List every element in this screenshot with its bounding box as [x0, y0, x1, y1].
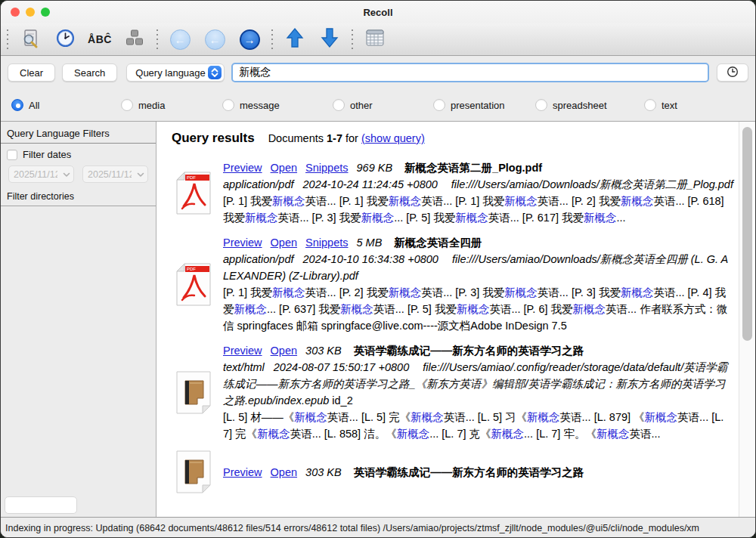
result-date: 2024-08-07 15:50:17 +0800 — [274, 361, 409, 373]
radio-message[interactable]: message — [222, 99, 333, 111]
pdf-file-icon: PDF — [172, 263, 215, 306]
scroll-down-button[interactable] — [314, 26, 345, 53]
title-bar: Recoll — [1, 1, 755, 23]
result-mimetype: application/pdf — [223, 253, 294, 265]
search-button[interactable]: Search — [62, 63, 117, 82]
status-bar: Indexing in progress: Updating (68642 do… — [1, 517, 755, 538]
show-query-link[interactable]: (show query) — [361, 132, 425, 144]
pdf-file-icon: PDF — [172, 172, 215, 215]
scroll-up-button[interactable] — [280, 26, 310, 53]
clock-icon — [55, 28, 76, 51]
zoom-window-button[interactable] — [41, 8, 50, 17]
result-title: 英语学霸练成记——新东方名师的英语学习之路 — [354, 466, 584, 478]
indexing-status-text: Indexing in progress: Updating (68642 do… — [5, 523, 699, 533]
radio-other[interactable]: other — [333, 99, 433, 111]
result-mimetype: text/html — [223, 361, 265, 373]
result-meta: text/html2024-08-07 15:50:17 +0800file:/… — [223, 359, 734, 409]
preview-link[interactable]: Preview — [223, 466, 262, 478]
radio-icon — [644, 99, 656, 111]
preview-link[interactable]: Preview — [223, 345, 262, 357]
radio-text[interactable]: text — [644, 99, 677, 111]
results-range: 1-7 — [327, 132, 342, 144]
preview-link[interactable]: Preview — [223, 237, 262, 249]
highlighted-term: 新概念 — [573, 303, 606, 315]
term-explorer-button[interactable]: ÅBĈ — [85, 26, 115, 53]
result-item: PDFPreviewOpenSnippets969 KB新概念英语第二册_Plo… — [172, 159, 734, 226]
recoll-window: Recoll — [0, 0, 756, 538]
highlighted-term: 新概念 — [361, 212, 395, 224]
highlighted-term: 新概念 — [411, 411, 444, 423]
date-to-select[interactable]: 2025/11/12 — [82, 165, 148, 183]
checkbox-icon — [7, 150, 17, 160]
radio-icon — [121, 99, 133, 111]
next-page-icon: → — [240, 29, 260, 50]
result-title: 新概念英语第二册_Plog.pdf — [404, 162, 542, 174]
search-input[interactable] — [231, 63, 709, 82]
radio-icon — [433, 99, 445, 111]
highlighted-term: 新概念 — [504, 286, 538, 298]
results-title: Query results — [172, 131, 255, 145]
open-link[interactable]: Open — [271, 345, 297, 357]
minimize-window-button[interactable] — [26, 8, 35, 17]
date-from-select[interactable]: 2025/11/12 — [8, 165, 74, 183]
radio-spreadsheet[interactable]: spreadsheet — [535, 99, 644, 111]
highlighted-term: 新概念 — [596, 428, 630, 440]
chevron-down-icon — [137, 169, 144, 180]
first-page-button[interactable]: ← — [165, 26, 195, 53]
query-mode-label: Query language — [135, 67, 206, 79]
filter-dates-checkbox[interactable]: Filter dates — [7, 149, 150, 160]
results-list-area: Query results Documents 1-7 for (show qu… — [156, 122, 739, 517]
result-url-suffix: id_2 — [329, 394, 352, 407]
category-filter-row: All media message other presentation spr… — [1, 89, 755, 121]
highlighted-term: 新概念 — [455, 212, 488, 224]
toolbar-handle — [6, 28, 9, 51]
highlighted-term: 新概念 — [294, 411, 327, 423]
highlighted-term: 新概念 — [491, 428, 525, 440]
highlighted-term: 新概念 — [457, 303, 490, 315]
snippets-link[interactable]: Snippets — [305, 237, 348, 249]
result-meta: application/pdf2024-10-10 16:34:38 +0800… — [223, 251, 734, 284]
radio-all[interactable]: All — [11, 99, 121, 111]
results-list: PDFPreviewOpenSnippets969 KB新概念英语第二册_Plo… — [172, 159, 734, 493]
chevron-up-down-icon — [208, 66, 222, 79]
table-view-button[interactable] — [360, 26, 390, 53]
highlighted-term: 新概念 — [272, 195, 305, 207]
highlighted-term: 新概念 — [504, 195, 538, 207]
previous-page-button[interactable]: ← — [200, 26, 230, 53]
radio-media[interactable]: media — [121, 99, 222, 111]
sort-by-dates-button[interactable] — [50, 26, 80, 53]
radio-icon — [333, 99, 345, 111]
preview-link[interactable]: Preview — [223, 162, 262, 174]
result-body: PreviewOpenSnippets5 MB新概念英语全四册applicati… — [223, 234, 734, 334]
history-button[interactable] — [717, 63, 748, 82]
result-size: 969 KB — [357, 162, 393, 174]
sort-parameters-button[interactable] — [119, 26, 150, 53]
open-link[interactable]: Open — [271, 162, 297, 174]
highlighted-term: 新概念 — [340, 303, 373, 315]
advanced-search-button[interactable] — [15, 26, 45, 53]
radio-icon — [535, 99, 547, 111]
radio-icon — [222, 99, 234, 111]
close-window-button[interactable] — [11, 8, 20, 17]
results-panel: Query results Documents 1-7 for (show qu… — [156, 122, 755, 517]
results-scrollbar[interactable] — [739, 122, 755, 517]
filter-directories-input[interactable] — [5, 496, 77, 514]
first-page-icon: ← — [170, 29, 191, 50]
result-mimetype: application/pdf — [223, 178, 294, 190]
clear-button[interactable]: Clear — [8, 63, 55, 82]
toolbar-separator — [351, 28, 354, 51]
result-size: 303 KB — [305, 345, 342, 357]
scrollbar-thumb[interactable] — [742, 127, 752, 341]
result-body: PreviewOpenSnippets969 KB新概念英语第二册_Plog.p… — [223, 159, 734, 226]
snippets-link[interactable]: Snippets — [305, 162, 348, 174]
query-mode-select[interactable]: Query language — [126, 63, 225, 82]
highlighted-term: 新概念 — [389, 286, 422, 298]
result-snippet: [L. 5] 材——《新概念英语... [L. 5] 完《新概念英语... [L… — [223, 409, 734, 442]
highlighted-term: 新概念 — [621, 195, 654, 207]
open-link[interactable]: Open — [271, 237, 297, 249]
open-link[interactable]: Open — [271, 466, 297, 478]
arrow-up-icon — [286, 27, 304, 51]
radio-presentation[interactable]: presentation — [433, 99, 535, 111]
next-page-button[interactable]: → — [234, 26, 265, 53]
date-range: 2025/11/12 2025/11/12 — [8, 165, 150, 183]
